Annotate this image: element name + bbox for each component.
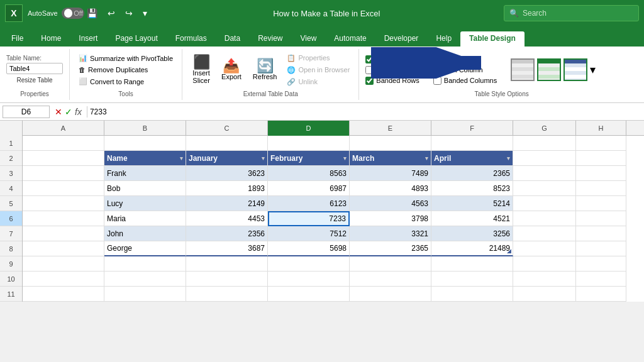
row-num-2[interactable]: 2 (0, 151, 22, 166)
row-num-4[interactable]: 4 (0, 181, 22, 196)
col-header-h[interactable]: H (576, 121, 626, 136)
tab-review[interactable]: Review (249, 31, 291, 47)
header-march-dropdown[interactable]: ▾ (425, 155, 428, 162)
tab-developer[interactable]: Developer (375, 31, 428, 47)
table-resize-handle[interactable]: ◢ (507, 248, 511, 254)
cell-d3[interactable]: 8563 (268, 166, 350, 181)
cell-f6[interactable]: 4521 (431, 211, 513, 226)
cell-c3[interactable]: 3623 (186, 166, 268, 181)
cell-f3[interactable]: 2365 (431, 166, 513, 181)
tab-file[interactable]: File (3, 31, 32, 47)
cell-h3[interactable] (576, 166, 626, 181)
cell-e4[interactable]: 4893 (350, 181, 431, 196)
cell-d5[interactable]: 6123 (268, 196, 350, 211)
cell-h9[interactable] (576, 256, 626, 272)
row-num-9[interactable]: 9 (0, 256, 22, 272)
customize-icon[interactable]: ▾ (140, 7, 150, 19)
row-num-10[interactable]: 10 (0, 272, 22, 287)
remove-duplicates-button[interactable]: 🗑 Remove Duplicates (76, 65, 175, 75)
cell-a2[interactable] (23, 151, 104, 166)
header-february-dropdown[interactable]: ▾ (343, 155, 347, 162)
col-header-g[interactable]: G (513, 121, 576, 136)
cell-e10[interactable] (350, 272, 431, 287)
cell-a11[interactable] (23, 287, 104, 302)
cell-h10[interactable] (576, 272, 626, 287)
row-num-6[interactable]: 6 (0, 211, 22, 226)
properties-button[interactable]: 📋 Properties (284, 53, 352, 63)
cell-h8[interactable] (576, 241, 626, 256)
cell-d9[interactable] (268, 256, 350, 272)
search-bar[interactable]: 🔍 Search (504, 5, 639, 21)
cell-d1[interactable] (268, 136, 350, 151)
table-name-input[interactable] (6, 63, 63, 74)
undo-icon[interactable]: ↩ (105, 7, 118, 19)
cell-e7[interactable]: 3321 (350, 226, 431, 241)
header-april-dropdown[interactable]: ▾ (507, 155, 510, 162)
tab-insert[interactable]: Insert (70, 31, 106, 47)
cell-e9[interactable] (350, 256, 431, 272)
autosave-toggle[interactable]: Off (62, 8, 84, 19)
row-num-7[interactable]: 7 (0, 226, 22, 241)
cell-e8[interactable]: 2365 (350, 241, 431, 256)
cell-d6-selected[interactable]: 7233 (268, 211, 350, 226)
col-header-f[interactable]: F (431, 121, 513, 136)
row-num-11[interactable]: 11 (0, 287, 22, 302)
tab-formulas[interactable]: Formulas (167, 31, 216, 47)
cell-b6[interactable]: Maria (104, 211, 186, 226)
tab-table-design[interactable]: Table Design (460, 31, 525, 47)
header-name-dropdown[interactable]: ▾ (180, 155, 183, 162)
cell-a9[interactable] (23, 256, 104, 272)
cell-g1[interactable] (513, 136, 576, 151)
cell-b1[interactable] (104, 136, 186, 151)
cell-g5[interactable] (513, 196, 576, 211)
cell-c11[interactable] (186, 287, 268, 302)
cell-c1[interactable] (186, 136, 268, 151)
cell-b2-header[interactable]: Name ▾ (104, 151, 186, 166)
cell-c2-header[interactable]: January ▾ (186, 151, 268, 166)
cell-e5[interactable]: 4563 (350, 196, 431, 211)
tab-home[interactable]: Home (32, 31, 70, 47)
cell-e3[interactable]: 7489 (350, 166, 431, 181)
more-styles-icon[interactable]: ▾ (590, 63, 596, 77)
col-header-a[interactable]: A (23, 121, 104, 136)
cell-c7[interactable]: 2356 (186, 226, 268, 241)
cell-f11[interactable] (431, 287, 513, 302)
cell-g6[interactable] (513, 211, 576, 226)
cell-h7[interactable] (576, 226, 626, 241)
cell-b9[interactable] (104, 256, 186, 272)
style-preview-active[interactable] (564, 58, 587, 81)
cell-g8[interactable] (513, 241, 576, 256)
tab-data[interactable]: Data (216, 31, 249, 47)
cell-c10[interactable] (186, 272, 268, 287)
formula-x-icon[interactable]: ✕ (55, 107, 62, 117)
cell-g2[interactable] (513, 151, 576, 166)
cell-b10[interactable] (104, 272, 186, 287)
convert-to-range-button[interactable]: ⬜ Convert to Range (76, 76, 175, 87)
cell-b8[interactable]: George (104, 241, 186, 256)
cell-g11[interactable] (513, 287, 576, 302)
row-num-1[interactable]: 1 (0, 136, 22, 151)
tab-help[interactable]: Help (427, 31, 460, 47)
header-january-dropdown[interactable]: ▾ (262, 155, 265, 162)
cell-e6[interactable]: 3798 (350, 211, 431, 226)
refresh-button[interactable]: 🔄 Refresh (249, 57, 281, 83)
cell-a7[interactable] (23, 226, 104, 241)
col-header-b[interactable]: B (104, 121, 186, 136)
cell-f5[interactable]: 5214 (431, 196, 513, 211)
cell-a4[interactable] (23, 181, 104, 196)
cell-a6[interactable] (23, 211, 104, 226)
cell-g4[interactable] (513, 181, 576, 196)
cell-b7[interactable]: John (104, 226, 186, 241)
save-icon[interactable]: 💾 (84, 7, 100, 19)
cell-d4[interactable]: 6987 (268, 181, 350, 196)
tab-automate[interactable]: Automate (325, 31, 375, 47)
export-button[interactable]: 📤 Export (218, 57, 245, 83)
cell-e11[interactable] (350, 287, 431, 302)
cell-a10[interactable] (23, 272, 104, 287)
cell-h5[interactable] (576, 196, 626, 211)
formula-check-icon[interactable]: ✓ (65, 107, 72, 117)
cell-a8[interactable] (23, 241, 104, 256)
cell-g3[interactable] (513, 166, 576, 181)
formula-fx-icon[interactable]: fx (75, 107, 82, 117)
cell-h11[interactable] (576, 287, 626, 302)
